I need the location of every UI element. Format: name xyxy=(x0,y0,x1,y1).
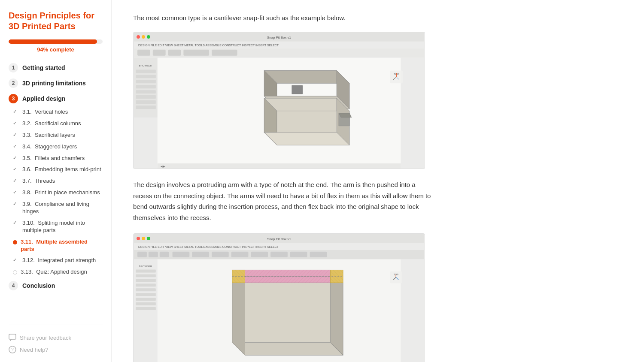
svg-rect-60 xyxy=(149,252,158,257)
nav-subitem-3-3[interactable]: ✓ 3.3. Sacrificial layers xyxy=(9,130,103,141)
nav-subitem-3-5[interactable]: ✓ 3.5. Fillets and chamfers xyxy=(9,153,103,164)
nav-item-limitations[interactable]: 2 3D printing limitations xyxy=(9,76,103,90)
svg-rect-14 xyxy=(168,50,181,56)
feedback-label: Share your feedback xyxy=(20,335,71,341)
intro-paragraph: The most common type is a cantilever sna… xyxy=(133,13,434,23)
svg-rect-43 xyxy=(158,163,401,169)
cad-image-2: Snap Fit Box v1 DESIGN FILE EDIT VIEW SH… xyxy=(133,233,425,362)
nav-sublabel-3-3: 3.3. Sacrificial layers xyxy=(22,132,75,139)
progress-label: 94% complete xyxy=(9,46,103,53)
progress-bar-fill xyxy=(9,39,97,44)
svg-rect-27 xyxy=(136,106,156,109)
svg-text:BROWSER: BROWSER xyxy=(139,265,152,268)
check-icon-3-9: ✓ xyxy=(13,201,19,207)
course-title: Design Principles for 3D Printed Parts xyxy=(9,10,103,32)
check-icon-3-8: ✓ xyxy=(13,190,19,196)
nav-label-getting-started: Getting started xyxy=(22,64,65,71)
svg-point-52 xyxy=(137,237,140,240)
check-icon-3-5: ✓ xyxy=(13,155,19,161)
svg-rect-25 xyxy=(136,95,156,99)
svg-point-54 xyxy=(147,237,150,240)
nav-subitem-3-10[interactable]: ✓ 3.10. Splitting model into multiple pa… xyxy=(9,218,103,236)
svg-rect-0 xyxy=(9,334,16,339)
svg-rect-28 xyxy=(401,58,424,169)
svg-rect-67 xyxy=(270,252,288,257)
svg-rect-66 xyxy=(251,252,268,257)
nav-sublabel-3-10: 3.10. Splitting model into multiple part… xyxy=(22,220,103,234)
progress-bar-container xyxy=(9,39,103,44)
course-navigation: 1 Getting started 2 3D printing limitati… xyxy=(9,60,103,293)
svg-rect-62 xyxy=(173,252,190,257)
nav-sublabel-3-6: 3.6. Embedding items mid-print xyxy=(22,166,101,173)
svg-rect-34 xyxy=(292,85,303,94)
nav-subitem-3-2[interactable]: ✓ 3.2. Sacrificial columns xyxy=(9,118,103,129)
nav-subitem-3-11[interactable]: 3.11. Multiple assembled parts xyxy=(9,237,103,255)
svg-marker-84 xyxy=(232,342,343,355)
svg-rect-76 xyxy=(136,288,156,291)
help-item[interactable]: ? Need help? xyxy=(9,346,103,353)
nav-item-getting-started[interactable]: 1 Getting started xyxy=(9,60,103,75)
nav-item-conclusion[interactable]: 4 Conclusion xyxy=(9,278,103,293)
svg-rect-13 xyxy=(153,50,166,56)
nav-subitem-3-6[interactable]: ✓ 3.6. Embedding items mid-print xyxy=(9,164,103,175)
body-paragraph: The design involves a protruding arm wit… xyxy=(133,179,434,223)
cad-svg-1: Snap Fit Box v1 DESIGN FILE EDIT VIEW SH… xyxy=(134,32,425,169)
svg-text:?: ? xyxy=(11,347,14,352)
help-icon: ? xyxy=(9,346,16,353)
svg-rect-21 xyxy=(136,75,156,78)
svg-marker-39 xyxy=(277,111,337,133)
svg-rect-73 xyxy=(136,274,156,277)
nav-subitem-3-12[interactable]: ✓ 3.12. Integrated part strength xyxy=(9,255,103,266)
nav-label-conclusion: Conclusion xyxy=(22,282,55,289)
nav-num-2: 2 xyxy=(9,78,18,88)
nav-item-applied-design[interactable]: 3 Applied design xyxy=(9,91,103,106)
help-label: Need help? xyxy=(20,347,49,353)
svg-text:DESIGN  FILE  EDIT  VIEW  SHEE: DESIGN FILE EDIT VIEW SHEET METAL TOOLS … xyxy=(138,245,279,248)
nav-subitem-3-1[interactable]: ✓ 3.1. Vertical holes xyxy=(9,107,103,118)
check-icon-3-4: ✓ xyxy=(13,144,19,150)
svg-rect-23 xyxy=(136,85,156,88)
svg-rect-81 xyxy=(401,259,424,362)
feedback-item[interactable]: Share your feedback xyxy=(9,334,103,341)
sidebar-footer: Share your feedback ? Need help? xyxy=(9,325,103,353)
svg-text:◀ ▶: ◀ ▶ xyxy=(161,165,166,168)
comment-icon xyxy=(9,334,16,341)
svg-rect-16 xyxy=(212,50,237,56)
nav-num-1: 1 xyxy=(9,63,18,72)
svg-marker-41 xyxy=(339,113,352,118)
svg-rect-79 xyxy=(136,302,156,305)
nav-sublabel-3-13: 3.13. Quiz: Applied design xyxy=(21,268,87,276)
nav-subitem-3-9[interactable]: ✓ 3.9. Compliance and living hinges xyxy=(9,199,103,217)
svg-rect-65 xyxy=(231,252,249,257)
nav-sublabel-3-4: 3.4. Staggered layers xyxy=(22,143,77,151)
svg-rect-15 xyxy=(183,50,209,56)
svg-marker-97 xyxy=(245,283,331,342)
svg-rect-61 xyxy=(160,252,169,257)
check-icon-3-6: ✓ xyxy=(13,166,19,172)
svg-text:Snap Fit Box v1: Snap Fit Box v1 xyxy=(267,36,292,39)
nav-label-applied-design: Applied design xyxy=(22,95,65,102)
nav-subitem-3-4[interactable]: ✓ 3.4. Staggered layers xyxy=(9,142,103,152)
dot-icon-3-11 xyxy=(13,240,17,244)
nav-sublabel-3-9: 3.9. Compliance and living hinges xyxy=(22,201,103,215)
svg-rect-12 xyxy=(137,50,150,56)
nav-subitem-3-8[interactable]: ✓ 3.8. Print in place mechanisms xyxy=(9,187,103,198)
nav-label-limitations: 3D printing limitations xyxy=(22,80,86,87)
svg-point-5 xyxy=(137,35,140,39)
svg-rect-80 xyxy=(136,307,156,310)
svg-rect-68 xyxy=(290,252,307,257)
svg-rect-78 xyxy=(136,298,156,301)
svg-point-7 xyxy=(147,35,150,39)
main-content: The most common type is a cantilever sna… xyxy=(112,0,644,362)
check-icon-3-2: ✓ xyxy=(13,121,19,127)
nav-subitem-3-7[interactable]: ✓ 3.7. Threads xyxy=(9,176,103,187)
svg-rect-26 xyxy=(136,100,156,104)
sidebar: Design Principles for 3D Printed Parts 9… xyxy=(0,0,112,362)
svg-rect-77 xyxy=(136,293,156,296)
nav-subitem-3-13[interactable]: 3.13. Quiz: Applied design xyxy=(9,267,103,278)
nav-sublabel-3-7: 3.7. Threads xyxy=(22,178,55,185)
nav-sublabel-3-8: 3.8. Print in place mechanisms xyxy=(22,189,100,196)
cad-svg-2: Snap Fit Box v1 DESIGN FILE EDIT VIEW SH… xyxy=(134,234,425,362)
check-icon-3-12: ✓ xyxy=(13,257,19,263)
check-icon-3-1: ✓ xyxy=(13,109,19,115)
